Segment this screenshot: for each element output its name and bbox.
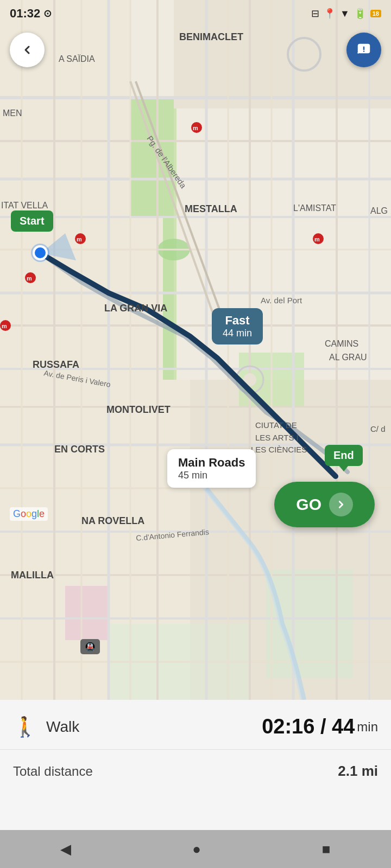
svg-rect-3 (0, 0, 130, 217)
main-roads-route-label: Main Roads (178, 456, 245, 470)
svg-text:m: m (27, 275, 32, 282)
time-display: 01:32 (10, 7, 40, 21)
end-marker: End (325, 445, 363, 466)
svg-point-44 (296, 46, 312, 62)
main-roads-route-bubble[interactable]: Main Roads 45 min (167, 449, 256, 488)
fast-route-label: Fast (223, 314, 252, 328)
battery-icon: 🔋 (354, 8, 366, 20)
go-button[interactable]: GO (274, 482, 375, 527)
navigation-bar: ◀ ● ■ (0, 830, 391, 868)
walk-time-display: 02:16 / 44 (262, 715, 355, 738)
svg-text:🚇: 🚇 (85, 642, 96, 652)
svg-rect-61 (363, 47, 365, 50)
walk-icon: 🚶 (13, 716, 37, 738)
cast-icon: ⊟ (311, 8, 319, 20)
current-location-dot (33, 245, 48, 260)
distance-row: Total distance 2.1 mi (0, 750, 391, 793)
status-icons: ⊟ 📍 ▼ 🔋 18 (311, 8, 381, 20)
fast-route-time: 44 min (223, 328, 252, 339)
nav-back-button[interactable]: ◀ (60, 841, 71, 858)
distance-value: 2.1 mi (338, 763, 378, 780)
svg-rect-10 (65, 586, 109, 640)
svg-text:m: m (193, 125, 198, 131)
status-bar: 01:32 ⊙ ⊟ 📍 ▼ 🔋 18 (0, 0, 391, 27)
report-icon (356, 42, 372, 58)
gps-icon: ⊙ (43, 8, 52, 20)
svg-point-62 (363, 50, 365, 52)
walk-label: Walk (46, 718, 262, 736)
distance-label: Total distance (13, 764, 338, 779)
google-logo: Google (10, 507, 48, 521)
nav-home-button[interactable]: ● (192, 841, 201, 858)
report-button[interactable] (346, 33, 381, 67)
notification-badge: 18 (370, 10, 381, 17)
location-icon: 📍 (324, 8, 336, 20)
start-marker: Start (11, 210, 53, 232)
back-button[interactable] (10, 33, 45, 67)
wifi-icon: ▼ (340, 8, 350, 20)
walk-time-separator: / (314, 715, 332, 738)
walk-time-value: 02:16 (262, 715, 314, 738)
go-arrow-icon (329, 493, 353, 516)
walk-row: 🚶 Walk 02:16 / 44 min (0, 700, 391, 750)
go-label: GO (296, 495, 321, 514)
walk-minutes: 44 (332, 715, 355, 738)
walk-time-unit: min (357, 719, 378, 735)
back-icon (21, 43, 34, 56)
svg-text:m: m (314, 236, 320, 242)
status-time: 01:32 ⊙ (10, 7, 52, 21)
fast-route-bubble[interactable]: Fast 44 min (212, 308, 263, 344)
main-roads-route-time: 45 min (178, 470, 245, 481)
map[interactable]: m m m m m 🚇 BENIMACLET A SAÏDIA MEN ALG … (0, 0, 391, 700)
svg-text:m: m (77, 236, 82, 242)
nav-recents-button[interactable]: ■ (322, 841, 331, 858)
svg-text:m: m (2, 323, 7, 329)
